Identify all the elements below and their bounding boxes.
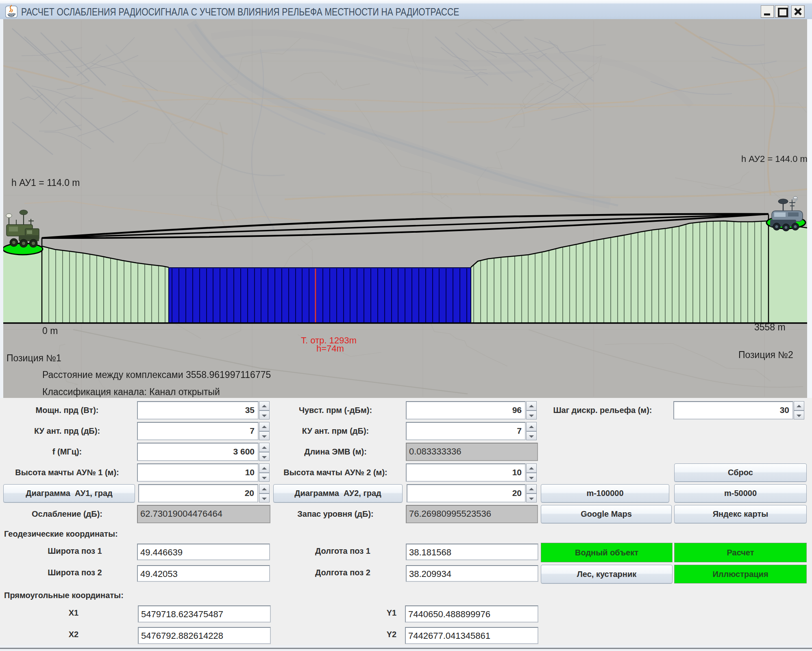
svg-text:Расстояние между комплексами: Расстояние между комплексами 3558.961997… [42, 369, 271, 380]
svg-text:Позиция №2: Позиция №2 [738, 350, 793, 360]
svg-text:Позиция №1: Позиция №1 [7, 353, 61, 363]
svg-text:h АУ2 = 144.0 m: h АУ2 = 144.0 m [741, 154, 807, 164]
svg-text:3558 m: 3558 m [754, 322, 786, 332]
svg-text:0 m: 0 m [42, 326, 58, 336]
svg-text:Классификация канала: Канал о: Классификация канала: Канал открытый [42, 387, 220, 397]
svg-text:h АУ1 = 114.0 m: h АУ1 = 114.0 m [11, 177, 80, 188]
svg-text:h=74m: h=74m [316, 343, 344, 354]
